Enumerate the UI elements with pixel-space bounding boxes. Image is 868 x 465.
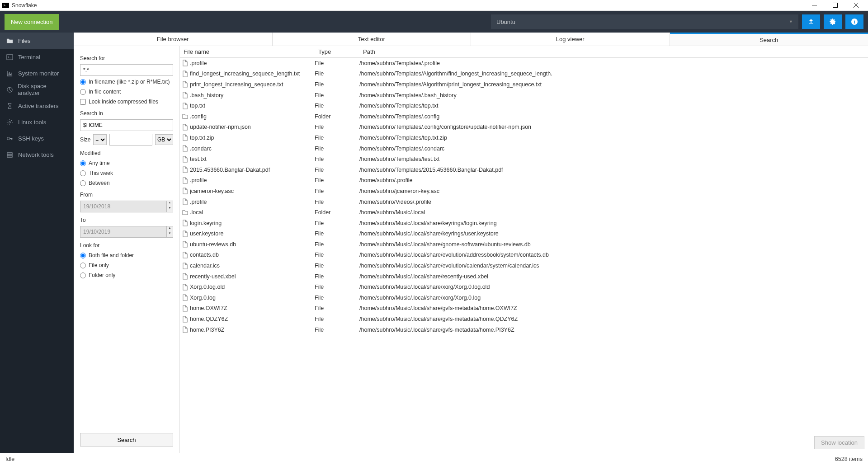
file-path-cell: /home/subhro/Music/.local/share/xorg/Xor… — [359, 295, 868, 301]
table-row[interactable]: 2015.453660.Banglar-Dakat.pdfFile/home/s… — [180, 164, 868, 175]
file-type-cell: File — [315, 103, 359, 109]
svg-point-8 — [9, 121, 11, 123]
to-date-input — [80, 226, 167, 238]
column-file-name[interactable]: File name — [180, 48, 315, 55]
sidebar-item-label: Terminal — [18, 54, 40, 61]
file-path-cell: /home/subhro/Music/.local/share/evolutio… — [359, 263, 868, 269]
table-row[interactable]: .profileFile/home/subhro/Videos/.profile — [180, 197, 868, 207]
table-row[interactable]: ubuntu-reviews.dbFile/home/subhro/Music/… — [180, 239, 868, 250]
sidebar-item-label: System monitor — [18, 70, 59, 77]
file-name-cell: .local — [190, 209, 315, 216]
tab-log-viewer[interactable]: Log viewer — [471, 33, 670, 46]
tab-file-browser[interactable]: File browser — [74, 33, 273, 46]
table-row[interactable]: login.keyringFile/home/subhro/Music/.loc… — [180, 218, 868, 229]
table-row[interactable]: .localFolder/home/subhro/Music/.local — [180, 207, 868, 218]
table-row[interactable]: .profileFile/home/subhro/Templates/.prof… — [180, 58, 868, 69]
sidebar-item-files[interactable]: Files — [0, 33, 74, 49]
radio-modified-any[interactable]: Any time — [80, 160, 173, 166]
minimize-button[interactable] — [804, 0, 825, 11]
column-type[interactable]: Type — [315, 48, 359, 55]
sidebar-item-disk-space[interactable]: Disk space analyzer — [0, 81, 74, 98]
file-type-cell: File — [315, 284, 359, 290]
table-row[interactable]: Xorg.0.logFile/home/subhro/Music/.local/… — [180, 292, 868, 303]
sidebar-item-label: Disk space analyzer — [18, 83, 67, 96]
sidebar-item-active-transfers[interactable]: Active transfers — [0, 98, 74, 114]
table-row[interactable]: .configFolder/home/subhro/Templates/.con… — [180, 111, 868, 122]
size-unit-select[interactable]: GB — [155, 134, 173, 145]
info-button[interactable]: i — [845, 14, 863, 29]
size-operator-select[interactable]: = — [93, 134, 107, 145]
table-row[interactable]: user.keystoreFile/home/subhro/Music/.loc… — [180, 229, 868, 240]
file-icon — [180, 294, 190, 301]
file-icon — [180, 70, 190, 77]
file-name-cell: top.txt.zip — [190, 135, 315, 141]
table-row[interactable]: home.QDZY6ZFile/home/subhro/Music/.local… — [180, 314, 868, 324]
size-value-input[interactable] — [109, 134, 152, 146]
file-name-cell: ubuntu-reviews.db — [190, 241, 315, 248]
close-button[interactable] — [845, 0, 866, 11]
table-row[interactable]: find_longest_increasing_sequece_length.t… — [180, 69, 868, 80]
table-row[interactable]: test.txtFile/home/subhro/Templates/test.… — [180, 154, 868, 164]
table-row[interactable]: .condarcFile/home/subhro/Templates/.cond… — [180, 143, 868, 154]
sidebar-item-linux-tools[interactable]: Linux tools — [0, 114, 74, 130]
file-icon — [180, 284, 190, 291]
file-path-cell: /home/subhro/Music/.local/share/gvfs-met… — [359, 327, 868, 333]
search-button[interactable]: Search — [80, 433, 173, 446]
table-row[interactable]: .bash_historyFile/home/subhro/Templates/… — [180, 90, 868, 101]
app-icon: >_ — [2, 3, 9, 8]
radio-modified-this-week[interactable]: This week — [80, 170, 173, 176]
radio-modified-between[interactable]: Between — [80, 180, 173, 186]
tab-text-editor[interactable]: Text editor — [273, 33, 472, 46]
sidebar-item-terminal[interactable]: Terminal — [0, 49, 74, 65]
search-panel: Search for In filename (like *.zip or R*… — [74, 46, 179, 453]
table-row[interactable]: top.txtFile/home/subhro/Templates/top.tx… — [180, 100, 868, 111]
sidebar-item-system-monitor[interactable]: System monitor — [0, 65, 74, 81]
file-name-cell: jcameron-key.asc — [190, 188, 315, 194]
tab-search[interactable]: Search — [670, 33, 868, 46]
table-row[interactable]: .profileFile/home/subhro/.profile — [180, 175, 868, 186]
settings-button[interactable] — [824, 14, 842, 29]
table-row[interactable]: update-notifier-npm.jsonFile/home/subhro… — [180, 122, 868, 133]
radio-in-filename[interactable]: In filename (like *.zip or R*ME.txt) — [80, 79, 173, 85]
table-row[interactable]: print_longest_increasing_sequece.txtFile… — [180, 79, 868, 90]
window-title: Snowflake — [12, 2, 37, 9]
results-rows[interactable]: .profileFile/home/subhro/Templates/.prof… — [180, 58, 868, 432]
sidebar-item-network-tools[interactable]: Network tools — [0, 146, 74, 163]
table-row[interactable]: Xorg.0.log.oldFile/home/subhro/Music/.lo… — [180, 282, 868, 292]
file-name-cell: top.txt — [190, 103, 315, 109]
search-for-input[interactable] — [80, 64, 173, 76]
radio-look-for-both[interactable]: Both file and folder — [80, 252, 173, 258]
file-name-cell: .profile — [190, 177, 315, 183]
file-path-cell: /home/subhro/Templates/.config — [359, 113, 868, 120]
table-row[interactable]: home.PI3Y6ZFile/home/subhro/Music/.local… — [180, 324, 868, 335]
table-row[interactable]: jcameron-key.ascFile/home/subhro/jcamero… — [180, 186, 868, 197]
table-row[interactable]: top.txt.zipFile/home/subhro/Templates/to… — [180, 132, 868, 143]
file-name-cell: .profile — [190, 60, 315, 66]
show-location-button[interactable]: Show location — [814, 436, 864, 449]
session-dropdown[interactable]: Ubuntu ▼ — [491, 14, 798, 29]
column-path[interactable]: Path — [359, 48, 868, 55]
sidebar-item-ssh-keys[interactable]: SSH keys — [0, 130, 74, 146]
file-type-cell: File — [315, 70, 359, 77]
file-path-cell: /home/subhro/Music/.local — [359, 209, 868, 216]
search-in-input[interactable] — [80, 119, 173, 131]
radio-in-file-content[interactable]: In file content — [80, 89, 173, 95]
table-row[interactable]: contacts.dbFile/home/subhro/Music/.local… — [180, 250, 868, 261]
maximize-button[interactable] — [825, 0, 845, 11]
file-name-cell: .config — [190, 113, 315, 120]
table-row[interactable]: calendar.icsFile/home/subhro/Music/.loca… — [180, 260, 868, 271]
file-name-cell: recently-used.xbel — [190, 273, 315, 280]
radio-look-for-file-only[interactable]: File only — [80, 262, 173, 268]
file-type-cell: File — [315, 295, 359, 301]
to-label: To — [80, 217, 173, 223]
file-path-cell: /home/subhro/Templates/top.txt.zip — [359, 135, 868, 141]
file-path-cell: /home/subhro/Templates/.condarc — [359, 146, 868, 152]
file-icon — [180, 156, 190, 163]
new-connection-button[interactable]: New connection — [5, 14, 59, 30]
table-row[interactable]: home.OXWI7ZFile/home/subhro/Music/.local… — [180, 303, 868, 314]
radio-look-for-folder-only[interactable]: Folder only — [80, 272, 173, 278]
checkbox-look-inside-compressed[interactable]: Look inside compressed files — [80, 99, 173, 105]
table-row[interactable]: recently-used.xbelFile/home/subhro/Music… — [180, 271, 868, 282]
upload-button[interactable] — [802, 14, 820, 29]
item-count: 6528 items — [835, 456, 863, 462]
